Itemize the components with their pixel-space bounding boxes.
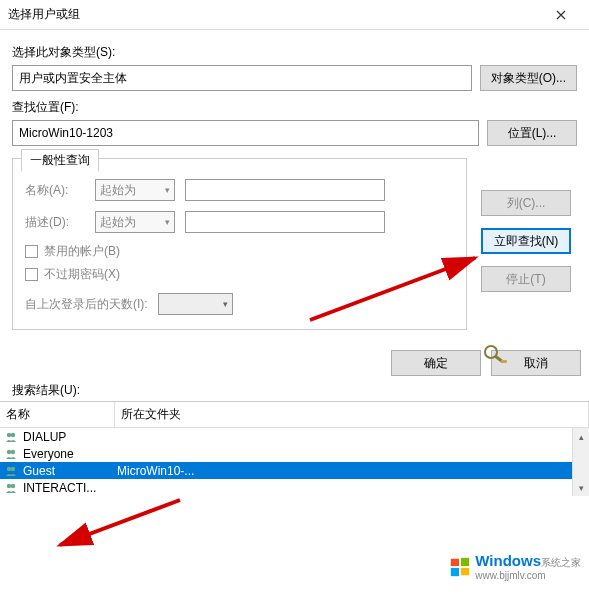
columns-button[interactable]: 列(C)... (481, 190, 571, 216)
table-row[interactable]: INTERACTI... (0, 479, 589, 496)
table-row[interactable]: DIALUP (0, 428, 589, 445)
table-row[interactable]: Everyone (0, 445, 589, 462)
svg-rect-14 (461, 557, 469, 565)
group-icon (3, 429, 19, 445)
svg-point-4 (11, 432, 15, 436)
stop-button[interactable]: 停止(T) (481, 266, 571, 292)
non-expiring-password-checkbox[interactable] (25, 268, 38, 281)
svg-point-5 (7, 449, 11, 453)
days-since-logon-label: 自上次登录后的天数(I): (25, 296, 148, 313)
ok-button[interactable]: 确定 (391, 350, 481, 376)
svg-line-12 (60, 500, 180, 545)
row-name: Guest (22, 464, 117, 478)
row-name: Everyone (22, 447, 117, 461)
table-row[interactable]: GuestMicroWin10-... (0, 462, 589, 479)
locations-button[interactable]: 位置(L)... (487, 120, 577, 146)
svg-point-10 (11, 483, 15, 487)
results-body: DIALUPEveryoneGuestMicroWin10-...INTERAC… (0, 428, 589, 496)
close-button[interactable] (541, 0, 581, 30)
find-now-button[interactable]: 立即查找(N) (481, 228, 571, 254)
name-input[interactable] (185, 179, 385, 201)
column-name[interactable]: 名称 (0, 402, 115, 427)
row-name: INTERACTI... (22, 481, 117, 495)
column-folder[interactable]: 所在文件夹 (115, 402, 589, 427)
chevron-down-icon: ▾ (223, 299, 228, 309)
scroll-track[interactable] (573, 445, 589, 479)
object-types-button[interactable]: 对象类型(O)... (480, 65, 577, 91)
row-folder: MicroWin10-... (117, 464, 589, 478)
disabled-accounts-label: 禁用的帐户(B) (44, 243, 120, 260)
dialog-title: 选择用户或组 (8, 6, 541, 23)
side-buttons: 列(C)... 立即查找(N) 停止(T) (481, 190, 571, 364)
group-icon (3, 446, 19, 462)
svg-rect-16 (461, 567, 469, 574)
results-header: 名称 所在文件夹 (0, 402, 589, 428)
days-since-logon-combo[interactable]: ▾ (158, 293, 233, 315)
results-table: 名称 所在文件夹 DIALUPEveryoneGuestMicroWin10-.… (0, 401, 589, 496)
object-type-field: 用户或内置安全主体 (12, 65, 472, 91)
close-icon (556, 10, 566, 20)
svg-point-7 (7, 466, 11, 470)
scroll-down-button[interactable]: ▾ (573, 479, 589, 496)
watermark: Windows系统之家 www.bjjmlv.com (449, 552, 581, 581)
description-input[interactable] (185, 211, 385, 233)
svg-point-6 (11, 449, 15, 453)
location-label: 查找位置(F): (12, 99, 577, 116)
watermark-url: www.bjjmlv.com (475, 570, 581, 581)
svg-point-9 (7, 483, 11, 487)
description-label: 描述(D): (25, 214, 85, 231)
group-icon (3, 463, 19, 479)
search-results-label: 搜索结果(U): (12, 382, 577, 399)
non-expiring-password-label: 不过期密码(X) (44, 266, 120, 283)
dialog-content: 选择此对象类型(S): 用户或内置安全主体 对象类型(O)... 查找位置(F)… (0, 30, 589, 338)
watermark-main: Windows (475, 552, 541, 569)
windows-logo-icon (449, 556, 471, 578)
svg-rect-15 (451, 567, 459, 575)
row-name: DIALUP (22, 430, 117, 444)
titlebar: 选择用户或组 (0, 0, 589, 30)
svg-point-8 (11, 466, 15, 470)
watermark-sub1: 系统之家 (541, 557, 581, 568)
group-icon (3, 480, 19, 496)
svg-rect-13 (451, 558, 459, 565)
chevron-down-icon: ▾ (165, 217, 170, 227)
chevron-down-icon: ▾ (165, 185, 170, 195)
name-mode-combo[interactable]: 起始为 ▾ (95, 179, 175, 201)
search-icon (481, 342, 509, 364)
common-queries-tab[interactable]: 一般性查询 (21, 149, 99, 172)
svg-point-3 (7, 432, 11, 436)
desc-mode-combo[interactable]: 起始为 ▾ (95, 211, 175, 233)
common-queries-panel: 一般性查询 名称(A): 起始为 ▾ 描述(D): 起始为 ▾ 禁用的帐户(B)… (12, 158, 467, 330)
vertical-scrollbar[interactable]: ▴ ▾ (572, 428, 589, 496)
disabled-accounts-checkbox[interactable] (25, 245, 38, 258)
name-label: 名称(A): (25, 182, 85, 199)
svg-rect-2 (501, 360, 507, 363)
object-type-label: 选择此对象类型(S): (12, 44, 577, 61)
scroll-up-button[interactable]: ▴ (573, 428, 589, 445)
location-field: MicroWin10-1203 (12, 120, 479, 146)
